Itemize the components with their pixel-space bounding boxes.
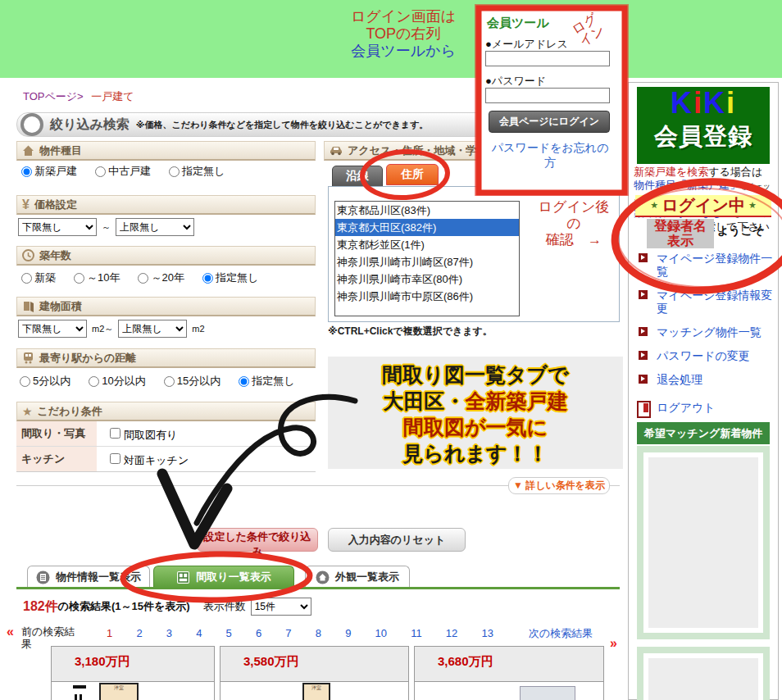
page-number[interactable]: 11	[411, 627, 422, 639]
sidebar-item-change-password[interactable]: パスワードの変更	[635, 349, 775, 362]
breadcrumb-home-link[interactable]: TOPページ>	[23, 90, 84, 102]
radio-station-5[interactable]: 5分以内	[20, 374, 70, 389]
radio-station-any-input[interactable]	[239, 376, 249, 387]
email-field[interactable]	[485, 51, 610, 66]
tab-exterior-list[interactable]: 外観一覧表示	[305, 566, 410, 588]
checkbox-kitchen-input[interactable]	[110, 453, 120, 464]
next-arrow-icon[interactable]: »	[610, 636, 617, 651]
tab-label: 物件情報一覧表示	[56, 570, 141, 584]
area-min-select[interactable]: 下限無し	[18, 320, 87, 338]
section-title: 最寄り駅からの距離	[39, 351, 136, 366]
refine-search-title: 絞り込み検索	[50, 116, 130, 134]
list-item[interactable]: 東京都杉並区(1件)	[335, 236, 519, 253]
refine-search-note: ※価格、こだわり条件などを指定して物件を絞り込むことができます。	[136, 119, 429, 131]
tab-floorplan-list[interactable]: 間取り一覧表示	[153, 566, 294, 588]
page-number[interactable]: 12	[446, 627, 457, 639]
sidebar-item-label: マイページ登録情報変更	[657, 289, 772, 315]
tab-underline	[16, 587, 620, 589]
radio-station-5-input[interactable]	[20, 376, 30, 387]
floorplan-thumbnail[interactable]: 洋室	[99, 683, 139, 700]
house-icon	[22, 144, 34, 157]
page-number[interactable]: 2	[136, 627, 142, 639]
radio-any-house-input[interactable]	[169, 166, 180, 177]
photo-thumbnail[interactable]	[520, 686, 575, 700]
radio-new-house[interactable]: 新築戸建	[21, 164, 77, 179]
page-number[interactable]: 6	[256, 627, 261, 639]
car-icon	[330, 145, 343, 156]
radio-age-any-input[interactable]	[202, 273, 213, 284]
sidebar-item-logout[interactable]: ログアウト	[635, 401, 775, 414]
matching-new-properties-header: 希望マッチング新着物件	[637, 422, 770, 444]
page-number[interactable]: 7	[285, 627, 291, 639]
page-number[interactable]: 10	[375, 627, 387, 639]
radio-age-20[interactable]: ～20年	[138, 270, 184, 285]
list-item[interactable]: 東京都品川区(83件)	[335, 202, 519, 219]
kiki-registration-banner[interactable]: KiKi 会員登録	[637, 87, 770, 164]
radio-used-house-input[interactable]	[95, 166, 106, 177]
radio-age-10[interactable]: ～10年	[74, 270, 120, 285]
checkbox-floorplan-input[interactable]	[110, 428, 120, 439]
area-listbox[interactable]: 東京都品川区(83件) 東京都大田区(382件) 東京都杉並区(1件) 神奈川県…	[334, 201, 520, 316]
listing-card[interactable]: 3,580万円 洋室	[220, 646, 409, 700]
per-page-select[interactable]: 15件	[251, 598, 311, 616]
radio-age-new-input[interactable]	[21, 273, 32, 284]
checkbox-kitchen[interactable]: 対面キッチン	[107, 451, 189, 468]
list-item-selected[interactable]: 東京都大田区(382件)	[335, 219, 519, 236]
page-number[interactable]: 5	[226, 627, 232, 639]
radio-station-15-input[interactable]	[164, 376, 175, 387]
page-number[interactable]: 9	[345, 627, 351, 639]
radio-any-house[interactable]: 指定無し	[169, 164, 225, 179]
area-controls: 下限無し m2～ 上限無し m2	[18, 320, 210, 338]
radio-station-10-input[interactable]	[89, 376, 99, 387]
pref-row-label: 間取り・写真	[16, 421, 97, 446]
detail-conditions-toggle[interactable]: ▼ 詳しい条件を表示	[508, 477, 610, 494]
sidebar-item-matching-list[interactable]: マッチング物件一覧	[635, 325, 775, 339]
floorplan-mark	[75, 694, 77, 700]
radio-used-house[interactable]: 中古戸建	[95, 164, 151, 179]
promo-overlay: 間取り図一覧タブで 大田区・全新築戸建 間取図が一気に 見られます！！	[328, 357, 623, 469]
radio-station-10[interactable]: 10分以内	[89, 374, 145, 389]
checkbox-floorplan[interactable]: 間取図有り	[107, 425, 177, 443]
apply-filter-button[interactable]: 設定した条件で絞り込み	[197, 528, 318, 552]
page-number[interactable]: 4	[196, 627, 202, 639]
matching-property-frame[interactable]	[637, 446, 770, 639]
radio-label: 10分以内	[102, 374, 145, 389]
sidebar-item-mypage-info[interactable]: マイページ登録情報変更	[635, 289, 775, 315]
sidebar-item-mypage-properties[interactable]: マイページ登録物件一覧	[635, 252, 775, 278]
pref-row-label: キッチン	[16, 447, 97, 471]
price-max-select[interactable]: 上限無し	[116, 218, 194, 236]
page-number[interactable]: 8	[316, 627, 321, 639]
matching-property-frame[interactable]	[637, 647, 770, 700]
radio-age-20-input[interactable]	[138, 273, 148, 284]
prev-arrow-icon[interactable]: «	[7, 625, 14, 639]
forgot-password-link[interactable]: パスワードをお忘れの方	[490, 140, 610, 170]
radio-station-15[interactable]: 15分以内	[164, 374, 221, 389]
radio-label: 指定無し	[252, 374, 294, 389]
radio-new-house-input[interactable]	[21, 166, 32, 177]
page-number[interactable]: 13	[481, 627, 493, 639]
list-item[interactable]: 神奈川県川崎市中原区(86件)	[335, 288, 519, 305]
tab-property-info-list[interactable]: 物件情報一覧表示	[27, 566, 150, 588]
table-row: キッチン 対面キッチン	[16, 447, 316, 471]
member-login-button[interactable]: 会員ページにログイン	[489, 111, 610, 133]
list-item[interactable]: 神奈川県川崎市幸区(80件)	[335, 270, 519, 288]
page-number[interactable]: 3	[166, 627, 172, 639]
password-field[interactable]	[485, 88, 610, 103]
radio-age-new[interactable]: 新築	[21, 270, 56, 285]
price-min-select[interactable]: 下限無し	[18, 218, 97, 236]
listing-card[interactable]: 3,180万円 洋室	[51, 646, 215, 700]
listing-card[interactable]: 3,680万円	[414, 646, 604, 700]
sidebar-item-withdraw[interactable]: 退会処理	[635, 373, 775, 386]
radio-age-10-input[interactable]	[74, 273, 84, 284]
tab-rail-line[interactable]: 沿線	[332, 166, 383, 187]
area-max-select[interactable]: 上限無し	[118, 320, 187, 338]
radio-age-any[interactable]: 指定無し	[202, 270, 258, 285]
tab-address[interactable]: 住所	[386, 164, 439, 185]
checkbox-label: 間取図有り	[124, 429, 177, 441]
next-results-link[interactable]: 次の検索結果	[529, 626, 593, 641]
radio-station-any[interactable]: 指定無し	[239, 374, 294, 389]
floorplan-thumbnail[interactable]: 洋室	[302, 683, 330, 700]
reset-button[interactable]: 入力内容のリセット	[328, 528, 466, 552]
page-number-current[interactable]: 1	[107, 627, 112, 639]
list-item[interactable]: 神奈川県川崎市川崎区(87件)	[335, 253, 519, 270]
